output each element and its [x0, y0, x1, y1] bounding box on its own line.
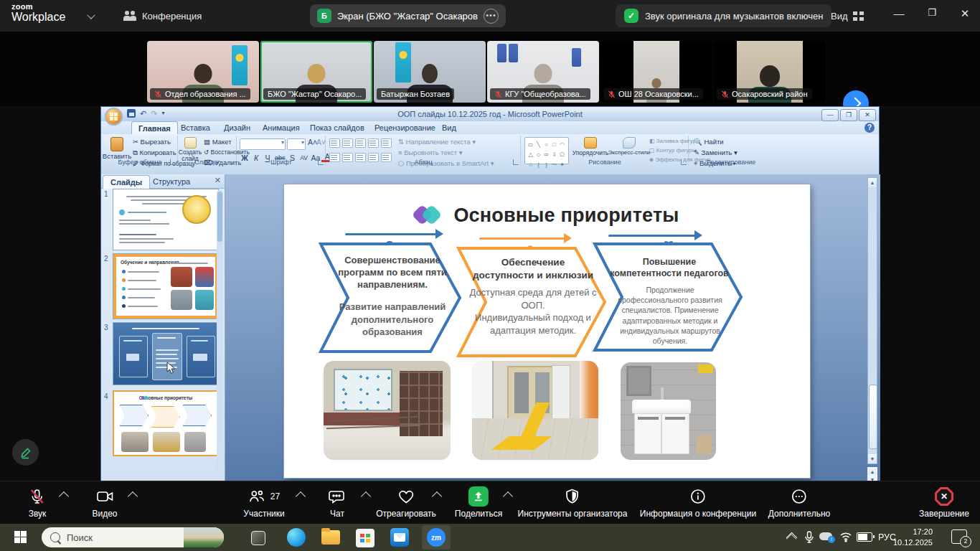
tab-design[interactable]: Дизайн [217, 121, 257, 134]
notification-center-icon[interactable]: 2 [951, 529, 967, 544]
participant-tile[interactable]: Отдел образования ... [147, 41, 259, 103]
participant-tile[interactable]: Батыржан Бозтаев [374, 41, 486, 103]
ppt-minimize-button[interactable]: — [821, 109, 839, 121]
photo-school-entrance-ramp[interactable] [324, 361, 451, 460]
help-icon[interactable]: ? [864, 123, 875, 133]
font-dialog-launcher[interactable] [318, 159, 324, 165]
meeting-info-button[interactable]: Информация о конференции [640, 487, 756, 519]
participant-tile-active-speaker[interactable]: БЖО "Жастар" Осакаро... [260, 41, 372, 103]
slide-thumbnail-4-selected[interactable]: Основные приоритеты [113, 390, 219, 456]
shrink-font-button[interactable]: A˅ [315, 138, 327, 146]
end-meeting-button[interactable]: ✕ Завершение [919, 487, 969, 519]
arrange-button[interactable]: Упорядочить [572, 137, 609, 156]
video-button[interactable]: Видео [92, 487, 117, 519]
font-size-combo[interactable] [287, 138, 306, 150]
priority-1-body[interactable]: Развитие направлений дополнительного обр… [336, 301, 449, 339]
file-explorer-icon[interactable] [321, 530, 340, 545]
close-button[interactable]: ✕ [954, 7, 976, 20]
undo-icon[interactable]: ↶ [140, 110, 146, 118]
react-button[interactable]: Отреагировать [376, 487, 436, 519]
participants-options-chevron[interactable] [296, 491, 306, 501]
taskbar-search[interactable]: Поиск [42, 527, 224, 547]
chat-button[interactable]: Чат [329, 487, 347, 519]
save-icon[interactable] [127, 109, 136, 118]
decrease-indent-icon[interactable] [355, 138, 366, 148]
host-tools-button[interactable]: Инструменты организатора [518, 487, 628, 519]
store-icon[interactable] [356, 529, 374, 547]
slide-thumbnail-1[interactable] [113, 189, 219, 250]
ppt-close-button[interactable]: ✕ [859, 109, 876, 121]
priority-2-body[interactable]: Доступная среда для детей с ООП. Индивид… [469, 286, 597, 336]
audio-button[interactable]: Звук [29, 487, 47, 519]
align-text-button[interactable]: ≡ Выровнять текст ▾ [398, 149, 494, 156]
replace-button[interactable]: ✎ Заменить ▾ [694, 149, 738, 156]
tab-insert[interactable]: Вставка [174, 121, 217, 134]
pane-tab-slides[interactable]: Слайды [103, 175, 150, 189]
pane-tab-outline[interactable]: Структура [146, 175, 197, 188]
zoom-app-active-highlight[interactable]: zm [422, 525, 451, 550]
priority-1-heading[interactable]: Совершенствование программ по всем пяти … [336, 255, 449, 291]
clipboard-dialog-launcher[interactable] [170, 159, 176, 165]
chevron-down-icon[interactable] [87, 11, 95, 19]
text-direction-button[interactable]: ⇅ Направление текста ▾ [398, 138, 494, 146]
chat-options-chevron[interactable] [361, 491, 371, 501]
font-name-combo[interactable] [240, 138, 286, 150]
participants-button[interactable]: 27 Участники [243, 487, 284, 519]
line-spacing-icon[interactable] [381, 138, 392, 148]
tray-cloud-icon[interactable]: i [819, 532, 832, 540]
restore-button[interactable]: ❐ [921, 7, 943, 18]
photo-accessible-washbasin[interactable] [621, 362, 716, 460]
start-button[interactable] [14, 531, 27, 543]
slide-canvas[interactable]: Основные приоритеты Совершенствование пр… [284, 184, 810, 478]
tray-battery-icon[interactable] [857, 532, 872, 542]
slide-thumbnail-2[interactable]: Обучение и направления [113, 253, 219, 319]
tab-review[interactable]: Рецензирование [368, 121, 442, 134]
drawing-dialog-launcher[interactable] [681, 159, 687, 165]
editor-scrollbar[interactable]: ▲ ▼ [867, 177, 877, 464]
slide-title-block[interactable]: Основные приоритеты [284, 203, 810, 227]
participant-tile[interactable]: КГУ "Общеобразова... [487, 41, 599, 103]
tab-shared-screen[interactable]: Б Экран (БЖО "Жастар" Осакаров ••• [310, 4, 506, 27]
pane-scrollbar[interactable] [217, 190, 223, 476]
share-options-chevron[interactable] [503, 491, 513, 501]
participant-tile[interactable]: ОШ 28 Осакаровски... [600, 41, 712, 103]
photo-hallway-tactile-path[interactable] [472, 361, 598, 460]
office-button[interactable] [105, 108, 123, 126]
qat-dropdown-icon[interactable]: ▾ [161, 110, 164, 116]
priority-2-heading[interactable]: Обеспечение доступности и инклюзии [472, 256, 594, 281]
redo-icon[interactable]: ↷ [151, 110, 157, 118]
view-button[interactable]: Вид [831, 6, 864, 26]
tab-slideshow[interactable]: Показ слайдов [303, 121, 371, 134]
scrollbar-thumb[interactable] [869, 385, 877, 449]
find-button[interactable]: 🔍 Найти [694, 138, 738, 146]
scroll-down-icon[interactable]: ▼ [868, 454, 877, 463]
ppt-restore-button[interactable]: ❐ [840, 109, 857, 121]
priority-3-heading[interactable]: Повышение компетентности педагогов [608, 256, 730, 280]
quick-styles-button[interactable]: Экспресс-стили [611, 137, 648, 156]
task-view-icon[interactable] [251, 531, 265, 545]
numbering-icon[interactable] [342, 138, 353, 148]
paste-button[interactable]: Вставить [104, 137, 130, 160]
scroll-up-icon[interactable]: ▲ [868, 178, 877, 187]
tab-home[interactable]: Главная [131, 121, 178, 135]
outlook-icon[interactable] [390, 528, 409, 547]
tray-mic-icon[interactable] [804, 530, 815, 545]
ellipsis-icon[interactable]: ••• [484, 9, 499, 24]
tab-view[interactable]: Вид [435, 121, 463, 134]
tab-conference[interactable]: Конференция [123, 6, 202, 26]
tab-animation[interactable]: Анимация [256, 121, 306, 134]
close-pane-icon[interactable]: ✕ [215, 176, 221, 185]
minimize-button[interactable]: — [888, 7, 910, 19]
audio-options-chevron[interactable] [59, 491, 69, 501]
share-button[interactable]: Поделиться [455, 487, 502, 519]
clock[interactable]: 17:20 10.12.2025 [893, 527, 933, 548]
annotate-button[interactable] [12, 439, 39, 466]
slide-thumbnail-3[interactable] [113, 322, 219, 385]
search-highlight-image[interactable] [184, 527, 224, 547]
bullets-icon[interactable] [329, 138, 340, 148]
tray-wifi-icon[interactable] [839, 531, 852, 542]
more-button[interactable]: Дополнительно [768, 487, 830, 519]
video-options-chevron[interactable] [128, 491, 138, 501]
hidden-icons-chevron[interactable] [786, 532, 798, 544]
increase-indent-icon[interactable] [368, 138, 379, 148]
